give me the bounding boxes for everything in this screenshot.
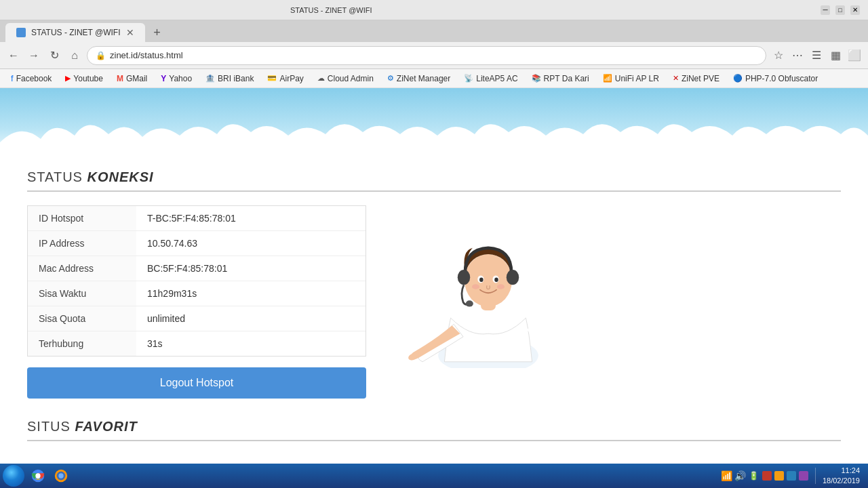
svg-point-6	[494, 278, 498, 282]
cloudadmin-icon: ☁	[317, 74, 325, 83]
gmail-icon: M	[117, 74, 123, 83]
url-text: zinet.id/status.html	[110, 50, 183, 60]
bookmark-youtube[interactable]: ▶ Youtube	[60, 73, 108, 85]
taskbar-tray: 📶 🔊 🔋 11:24 18/02/2019	[722, 466, 865, 487]
home-button[interactable]: ⌂	[66, 47, 83, 64]
content-row: ID Hotspot T-BC:5F:F4:85:78:01 IP Addres…	[27, 205, 841, 399]
tab-bar: STATUS - ZINET @WIFI ✕ +	[0, 20, 868, 42]
reader-icon[interactable]: ☰	[808, 47, 825, 64]
svg-point-7	[458, 270, 470, 285]
bookmark-bri[interactable]: 🏦 BRI iBank	[200, 73, 259, 85]
menu-icon[interactable]: ⋯	[789, 47, 806, 64]
main-area: STATUS KONEKSI ID Hotspot T-BC:5F:F4:85:…	[0, 156, 868, 464]
bookmark-cloudadmin[interactable]: ☁ Cloud Admin	[312, 73, 379, 85]
address-bar[interactable]: 🔒 zinet.id/status.html	[87, 46, 766, 65]
left-panel: ID Hotspot T-BC:5F:F4:85:78:01 IP Addres…	[27, 205, 366, 399]
split-icon[interactable]: ⬜	[846, 47, 863, 64]
svg-point-15	[35, 473, 40, 478]
table-row: Mac Address BC:5F:F4:85:78:01	[28, 256, 366, 281]
bookmark-unifi[interactable]: 📶 UniFi AP LR	[597, 73, 665, 85]
refresh-button[interactable]: ↻	[46, 47, 62, 64]
bookmark-php[interactable]: 🔵 PHP-7.0 Obfuscator	[728, 73, 823, 85]
sidebar-icon[interactable]: ▦	[827, 47, 844, 64]
sound-icon: 🔊	[735, 470, 746, 481]
bookmarks-icon[interactable]: ☆	[770, 47, 787, 64]
table-row: ID Hotspot T-BC:5F:F4:85:78:01	[28, 206, 366, 231]
value-mac-address: BC:5F:F4:85:78:01	[136, 256, 366, 281]
start-button[interactable]	[3, 465, 24, 487]
system-icon3	[787, 471, 796, 481]
system-icon2	[774, 471, 784, 481]
svg-point-2	[465, 254, 512, 307]
bookmark-facebook[interactable]: f Facebook	[5, 72, 57, 85]
value-id-hotspot: T-BC:5F:F4:85:78:01	[136, 206, 366, 230]
table-row: Terhubung 31s	[28, 331, 366, 356]
nav-bar: ← → ↻ ⌂ 🔒 zinet.id/status.html ☆ ⋯ ☰ ▦ ⬜	[0, 42, 868, 69]
bookmark-airpay[interactable]: 💳 AirPay	[262, 73, 309, 85]
bookmark-liteap5[interactable]: 📡 LiteAP5 AC	[458, 73, 523, 85]
liteap5-icon: 📡	[464, 74, 473, 83]
svg-point-5	[479, 278, 484, 282]
bookmark-zinetpve[interactable]: ✕ ZiNet PVE	[667, 73, 725, 85]
taskbar: 📶 🔊 🔋 11:24 18/02/2019	[0, 464, 868, 488]
minimize-btn[interactable]: ─	[821, 5, 830, 15]
value-terhubung: 31s	[136, 331, 366, 356]
system-icon4	[799, 471, 808, 481]
svg-point-9	[466, 300, 473, 306]
svg-point-18	[58, 473, 63, 478]
tab-title: STATUS - ZINET @WIFI	[31, 28, 121, 37]
section-title-italic: KONEKSI	[87, 169, 154, 184]
table-row: IP Address 10.50.74.63	[28, 231, 366, 256]
unifi-icon: 📶	[603, 74, 612, 83]
bookmark-gmail[interactable]: M GMail	[111, 73, 153, 85]
clock-time: 11:24	[823, 466, 860, 476]
active-tab[interactable]: STATUS - ZINET @WIFI ✕	[5, 23, 145, 42]
person-svg	[393, 205, 583, 368]
back-button[interactable]: ←	[5, 47, 22, 64]
value-ip-address: 10.50.74.63	[136, 231, 366, 256]
php-icon: 🔵	[733, 74, 743, 83]
battery-icon: 🔋	[749, 470, 760, 481]
table-row: Sisa Quota unlimited	[28, 306, 366, 331]
rpt-icon: 📚	[532, 74, 541, 83]
label-sisa-quota: Sisa Quota	[28, 306, 136, 331]
bookmark-yahoo[interactable]: Y Yahoo	[155, 73, 197, 85]
bri-icon: 🏦	[205, 74, 215, 83]
section-title-static: STATUS	[27, 169, 83, 184]
maximize-btn[interactable]: □	[835, 5, 845, 15]
new-tab-btn[interactable]: +	[148, 23, 167, 42]
taskbar-chrome[interactable]	[27, 466, 49, 485]
browser-titlebar: STATUS - ZINET @WIFI ─ □ ✕	[0, 0, 868, 20]
value-sisa-waktu: 11h29m31s	[136, 281, 366, 306]
section-title2-italic: FAVORIT	[75, 419, 137, 434]
clock-date: 18/02/2019	[823, 476, 860, 486]
section-title-favorit: SITUS FAVORIT	[27, 419, 841, 441]
airpay-icon: 💳	[267, 74, 277, 83]
section-title2-static: SITUS	[27, 419, 71, 434]
zinetpve-icon: ✕	[673, 74, 679, 83]
network-icon: 📶	[722, 470, 732, 481]
label-ip-address: IP Address	[28, 231, 136, 256]
yahoo-icon: Y	[161, 74, 166, 83]
section-title-koneksi: STATUS KONEKSI	[27, 169, 841, 192]
youtube-icon: ▶	[65, 74, 71, 83]
tab-close-icon[interactable]: ✕	[126, 27, 134, 38]
info-table: ID Hotspot T-BC:5F:F4:85:78:01 IP Addres…	[27, 205, 366, 357]
svg-point-10	[472, 284, 479, 289]
forward-button[interactable]: →	[26, 47, 42, 64]
customer-service-image	[393, 205, 583, 368]
bookmarks-bar: f Facebook ▶ Youtube M GMail Y Yahoo 🏦 B…	[0, 69, 868, 88]
bookmark-zinetmanager[interactable]: ⚙ ZiNet Manager	[382, 73, 456, 85]
tab-favicon-icon	[16, 28, 26, 37]
svg-point-11	[497, 284, 505, 289]
value-sisa-quota: unlimited	[136, 306, 366, 331]
logout-hotspot-button[interactable]: Logout Hotspot	[27, 367, 366, 399]
taskbar-firefox[interactable]	[50, 466, 72, 485]
system-icon1	[762, 471, 772, 481]
page-content: STATUS KONEKSI ID Hotspot T-BC:5F:F4:85:…	[0, 88, 868, 464]
zinetmanager-icon: ⚙	[387, 74, 394, 83]
taskbar-clock[interactable]: 11:24 18/02/2019	[823, 466, 860, 487]
situs-favorit-section: SITUS FAVORIT	[27, 419, 841, 441]
close-btn[interactable]: ✕	[850, 5, 860, 15]
bookmark-rpt[interactable]: 📚 RPT Da Kari	[526, 73, 595, 85]
